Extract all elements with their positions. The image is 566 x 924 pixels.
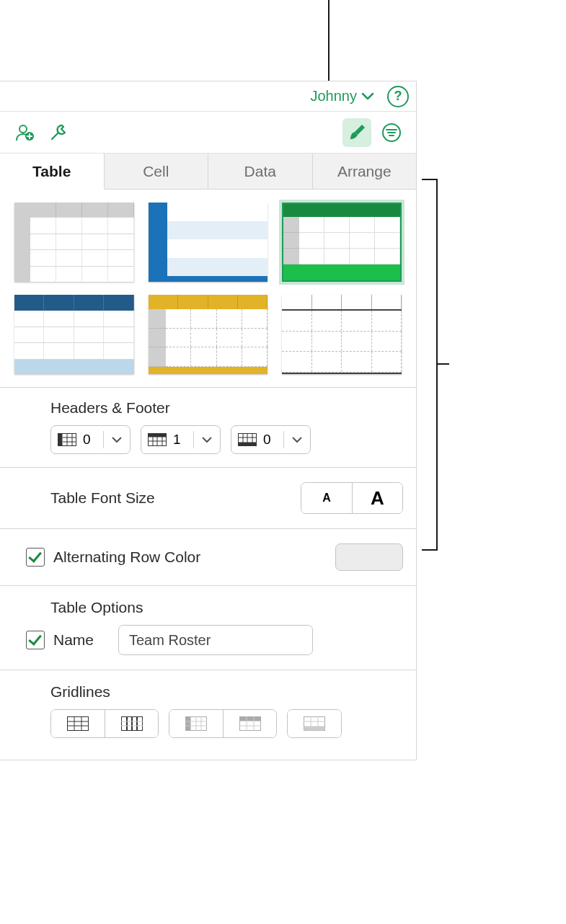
footer-rows-stepper[interactable]: 0 xyxy=(231,425,311,454)
font-size-larger[interactable]: A xyxy=(352,483,402,513)
table-style-blue[interactable] xyxy=(149,203,268,282)
alt-row-color-label: Alternating Row Color xyxy=(53,548,335,566)
organize-button[interactable] xyxy=(377,118,406,147)
chevron-down-icon xyxy=(112,437,122,443)
svg-rect-4 xyxy=(58,434,63,446)
tab-table[interactable]: Table xyxy=(0,154,105,190)
grid-header-row-icon xyxy=(239,716,261,731)
headers-footer-title: Headers & Footer xyxy=(50,399,403,417)
font-size-row: Table Font Size A A xyxy=(13,468,403,528)
callout-cap-right-top xyxy=(422,179,436,180)
callout-tick-right xyxy=(436,363,449,365)
font-size-segment: A A xyxy=(301,482,403,514)
tab-arrange[interactable]: Arrange xyxy=(313,154,417,189)
alt-row-color-checkbox[interactable] xyxy=(26,548,45,567)
table-style-yellow[interactable] xyxy=(149,295,268,374)
font-size-large-glyph: A xyxy=(371,487,384,510)
font-size-small-glyph: A xyxy=(322,492,331,505)
gridlines-header-row[interactable] xyxy=(223,710,276,737)
tools-button[interactable] xyxy=(45,118,74,147)
gridlines-body-horizontal[interactable] xyxy=(51,710,105,737)
grid-footer-row-icon xyxy=(304,716,325,731)
gridlines-footer-row[interactable] xyxy=(288,710,341,737)
table-options-title: Table Options xyxy=(50,599,403,616)
svg-rect-16 xyxy=(304,727,325,731)
chevron-down-icon xyxy=(292,437,302,443)
font-size-label: Table Font Size xyxy=(50,489,301,507)
header-rows-icon xyxy=(148,433,167,446)
table-options-section: Table Options Name xyxy=(13,586,403,670)
header-columns-icon xyxy=(58,433,76,446)
alt-row-color-swatch[interactable] xyxy=(335,543,403,571)
table-name-label: Name xyxy=(53,631,118,649)
user-name-label: Johnny xyxy=(311,88,358,105)
svg-rect-6 xyxy=(149,434,167,437)
tab-data[interactable]: Data xyxy=(208,154,313,189)
table-style-green-selected[interactable] xyxy=(282,203,402,282)
footer-rows-icon xyxy=(238,433,257,446)
header-rows-value: 1 xyxy=(173,432,193,448)
format-button[interactable] xyxy=(342,118,371,147)
filter-icon xyxy=(381,122,402,143)
header-rows-stepper[interactable]: 1 xyxy=(141,425,221,454)
footer-rows-value: 0 xyxy=(263,432,283,448)
gridlines-section: Gridlines xyxy=(13,670,403,744)
header-columns-value: 0 xyxy=(83,432,103,448)
alt-row-color-row: Alternating Row Color xyxy=(13,529,403,585)
wrench-icon xyxy=(48,122,70,143)
person-add-icon xyxy=(14,122,35,143)
user-menu[interactable]: Johnny xyxy=(311,88,375,105)
header-columns-stepper[interactable]: 0 xyxy=(50,425,131,454)
svg-rect-8 xyxy=(239,443,257,446)
format-panel: Johnny ? xyxy=(0,81,417,760)
tab-content: Headers & Footer 0 1 0 xyxy=(0,190,416,760)
svg-point-0 xyxy=(19,125,27,133)
svg-rect-9 xyxy=(68,717,89,731)
svg-rect-14 xyxy=(239,717,260,721)
callout-line-right xyxy=(436,179,438,551)
grid-h-icon xyxy=(67,716,89,731)
table-style-plain[interactable] xyxy=(282,295,402,374)
svg-rect-12 xyxy=(186,717,191,731)
gridlines-title: Gridlines xyxy=(50,683,403,701)
grid-header-col-icon xyxy=(185,716,207,731)
inspector-tabs: Table Cell Data Arrange xyxy=(0,154,416,190)
headers-footer-section: Headers & Footer 0 1 0 xyxy=(13,388,403,467)
table-style-grey[interactable] xyxy=(14,203,134,282)
grid-v-icon xyxy=(121,716,143,731)
font-size-smaller[interactable]: A xyxy=(301,483,352,513)
gridlines-header-col[interactable] xyxy=(169,710,223,737)
table-styles-grid xyxy=(13,200,403,387)
toolbar xyxy=(0,112,416,154)
table-name-checkbox[interactable] xyxy=(26,631,45,649)
user-bar: Johnny ? xyxy=(0,81,416,112)
table-style-navy[interactable] xyxy=(14,295,134,374)
callout-cap-right-bottom xyxy=(422,549,436,551)
chevron-down-icon xyxy=(361,92,374,101)
tab-cell[interactable]: Cell xyxy=(105,154,209,189)
chevron-down-icon xyxy=(202,437,212,443)
gridlines-body-vertical[interactable] xyxy=(105,710,158,737)
help-button[interactable]: ? xyxy=(387,86,409,107)
collaborate-button[interactable] xyxy=(10,118,39,147)
paintbrush-icon xyxy=(346,122,368,143)
table-name-input[interactable] xyxy=(118,625,313,655)
